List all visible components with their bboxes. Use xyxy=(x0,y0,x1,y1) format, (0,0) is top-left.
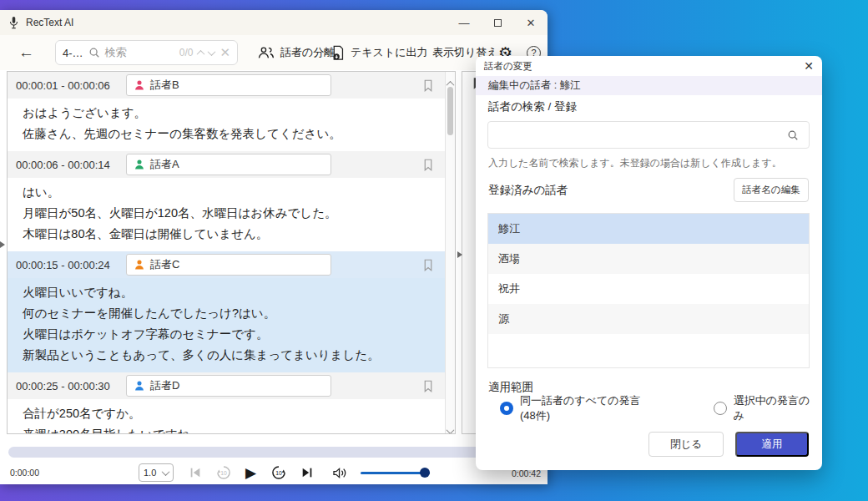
export-text-label: テキストに出力 xyxy=(351,45,428,60)
forward-10-icon[interactable]: 10 xyxy=(270,461,287,484)
scope-radio-option[interactable]: 同一話者のすべての発言 (48件) xyxy=(500,393,657,423)
speaker-list-item[interactable]: 鯵江 xyxy=(488,214,809,244)
volume-icon[interactable] xyxy=(332,461,348,484)
utterance-line: はい。 xyxy=(23,182,437,203)
app-window: RecText AI — ✕ ← 4-… 検索 0/0 ✕ xyxy=(0,10,548,484)
speaker-list-item[interactable]: 酒場 xyxy=(488,244,809,274)
close-icon[interactable]: ✕ xyxy=(514,10,548,35)
change-speaker-dialog: 話者の変更 ✕ 編集中の話者 : 鯵江 話者の検索 / 登録 入力した名前で検索… xyxy=(476,56,822,470)
speed-value: 1.0 xyxy=(144,468,156,478)
transcript-row[interactable]: 00:00:25 - 00:00:30話者D合計が250名ですか。来週は300名… xyxy=(8,372,445,433)
bookmark-icon[interactable] xyxy=(423,79,433,92)
timestamp-range: 00:00:15 - 00:00:24 xyxy=(16,259,126,271)
transcript-row[interactable]: 00:00:06 - 00:00:14話者Aはい。月曜日が50名、火曜日が120… xyxy=(8,151,445,251)
scope-option-label: 同一話者のすべての発言 (48件) xyxy=(520,393,657,423)
editing-speaker-banner: 編集中の話者 : 鯵江 xyxy=(476,76,822,95)
scope-options: 同一話者のすべての発言 (48件)選択中の発言のみ xyxy=(488,393,810,423)
speaker-name: 話者A xyxy=(150,157,179,172)
export-text-button[interactable]: テキストに出力 xyxy=(331,35,428,70)
speaker-chip[interactable]: 話者A xyxy=(126,154,331,175)
player-controls: 0:00:00 1.0 10 ▶ 10 xyxy=(0,461,548,484)
utterance-line: 木曜日は80名、金曜日は開催していません。 xyxy=(23,224,437,245)
left-panel-expander[interactable] xyxy=(0,237,7,252)
back-arrow-icon[interactable]: ← xyxy=(18,35,34,70)
separate-speakers-label: 話者の分離 xyxy=(280,45,335,60)
utterance-line: 来週は300名目指したいですね。 xyxy=(23,424,437,433)
skip-to-start-icon[interactable] xyxy=(189,461,202,484)
search-prefix: 4-… xyxy=(63,47,83,59)
transcript-row-header[interactable]: 00:00:01 - 00:00:06話者B xyxy=(8,72,445,99)
timestamp-range: 00:00:06 - 00:00:14 xyxy=(16,159,126,171)
utterance-line: 何のセミナーを開催したんでしたっけ?はい。 xyxy=(23,303,437,324)
separate-speakers-button[interactable]: 話者の分離 xyxy=(257,35,335,70)
speaker-chip[interactable]: 話者C xyxy=(126,254,331,276)
scope-option-label: 選択中の発言のみ xyxy=(734,393,810,423)
utterance-line: 火曜日はポケットオフ字幕のセミナーです。 xyxy=(23,324,437,345)
minimize-icon[interactable]: — xyxy=(447,10,481,35)
clear-search-icon[interactable]: ✕ xyxy=(220,45,230,60)
transcript-panel: 00:00:01 - 00:00:06話者Bおはようございます。佐藤さん、先週の… xyxy=(7,71,456,434)
bookmark-icon[interactable] xyxy=(423,159,433,171)
close-button[interactable]: 閉じる xyxy=(648,432,724,457)
transcript-row[interactable]: 00:00:15 - 00:00:24話者C火曜日いいですね。何のセミナーを開催… xyxy=(8,251,445,372)
utterance-text[interactable]: おはようございます。佐藤さん、先週のセミナーの集客数を発表してください。 xyxy=(8,99,445,151)
toolbar: ← 4-… 検索 0/0 ✕ 話者の分離 xyxy=(0,35,548,70)
speaker-name: 話者B xyxy=(150,78,179,93)
play-icon[interactable]: ▶ xyxy=(245,461,256,484)
registered-speakers-label: 登録済みの話者 xyxy=(488,183,568,198)
skip-to-end-icon[interactable] xyxy=(300,461,314,484)
desktop-background: RecText AI — ✕ ← 4-… 検索 0/0 ✕ xyxy=(0,0,868,501)
speaker-name: 話者C xyxy=(150,257,179,272)
window-titlebar[interactable]: RecText AI — ✕ xyxy=(0,10,548,35)
current-time: 0:00:00 xyxy=(10,461,39,484)
svg-text:10: 10 xyxy=(275,470,282,476)
utterance-text[interactable]: 火曜日いいですね。何のセミナーを開催したんでしたっけ?はい。火曜日はポケットオフ… xyxy=(8,278,445,372)
speaker-list-item[interactable]: 源 xyxy=(488,304,809,334)
speaker-search-input[interactable] xyxy=(487,121,810,149)
people-icon xyxy=(257,46,275,60)
volume-slider-thumb[interactable] xyxy=(420,468,430,478)
utterance-line: 佐藤さん、先週のセミナーの集客数を発表してください。 xyxy=(23,124,437,144)
maximize-icon[interactable] xyxy=(481,10,514,35)
dialog-title: 話者の変更 xyxy=(484,60,532,73)
search-icon xyxy=(88,47,100,58)
radio-selected-icon[interactable] xyxy=(500,402,513,415)
speaker-chip[interactable]: 話者B xyxy=(126,74,331,96)
seek-bar[interactable] xyxy=(8,447,541,458)
app-title: RecText AI xyxy=(26,17,73,28)
rewind-10-icon[interactable]: 10 xyxy=(215,461,232,484)
speaker-list-item[interactable]: 祝井 xyxy=(488,274,809,304)
person-icon xyxy=(134,380,145,392)
apply-button[interactable]: 適用 xyxy=(735,432,809,457)
utterance-line: 月曜日が50名、火曜日が120名、水曜日はお休みでした。 xyxy=(23,203,437,224)
utterance-line: 新製品ということもあって、多くの人に集まってまいりました。 xyxy=(23,345,437,366)
utterance-text[interactable]: はい。月曜日が50名、火曜日が120名、水曜日はお休みでした。木曜日は80名、金… xyxy=(8,178,445,251)
utterance-text[interactable]: 合計が250名ですか。来週は300名目指したいですね。 xyxy=(8,399,445,433)
bookmark-icon[interactable] xyxy=(423,380,433,392)
speaker-search-label: 話者の検索 / 登録 xyxy=(488,99,577,114)
speaker-chip[interactable]: 話者D xyxy=(126,375,331,397)
previous-match-icon[interactable] xyxy=(197,49,205,58)
transcript-row[interactable]: 00:00:01 - 00:00:06話者Bおはようございます。佐藤さん、先週の… xyxy=(8,72,445,151)
search-hint-text: 入力した名前で検索します。未登録の場合は新しく作成します。 xyxy=(488,156,782,170)
transcript-row-header[interactable]: 00:00:15 - 00:00:24話者C xyxy=(8,251,445,278)
dialog-titlebar: 話者の変更 ✕ xyxy=(476,56,822,76)
scrollbar-thumb[interactable] xyxy=(447,87,453,135)
search-placeholder: 検索 xyxy=(105,45,127,60)
utterance-line: 合計が250名ですか。 xyxy=(23,403,437,424)
search-bar[interactable]: 4-… 検索 0/0 ✕ xyxy=(55,40,238,65)
scope-radio-option[interactable]: 選択中の発言のみ xyxy=(714,393,810,423)
bookmark-icon[interactable] xyxy=(423,259,433,271)
transcript-rows: 00:00:01 - 00:00:06話者Bおはようございます。佐藤さん、先週の… xyxy=(8,72,445,433)
dialog-close-icon[interactable]: ✕ xyxy=(804,59,814,73)
right-panel-expander[interactable] xyxy=(457,247,466,262)
radio-unselected-icon[interactable] xyxy=(714,402,727,415)
transcript-scrollbar[interactable] xyxy=(445,72,455,433)
transcript-row-header[interactable]: 00:00:06 - 00:00:14話者A xyxy=(8,151,445,178)
edit-speaker-names-button[interactable]: 話者名の編集 xyxy=(734,178,809,202)
transcript-row-header[interactable]: 00:00:25 - 00:00:30話者D xyxy=(8,372,445,399)
playback-speed-select[interactable]: 1.0 xyxy=(139,463,174,482)
next-match-icon[interactable] xyxy=(208,48,216,56)
person-icon xyxy=(134,159,145,170)
timestamp-range: 00:00:25 - 00:00:30 xyxy=(16,380,126,392)
